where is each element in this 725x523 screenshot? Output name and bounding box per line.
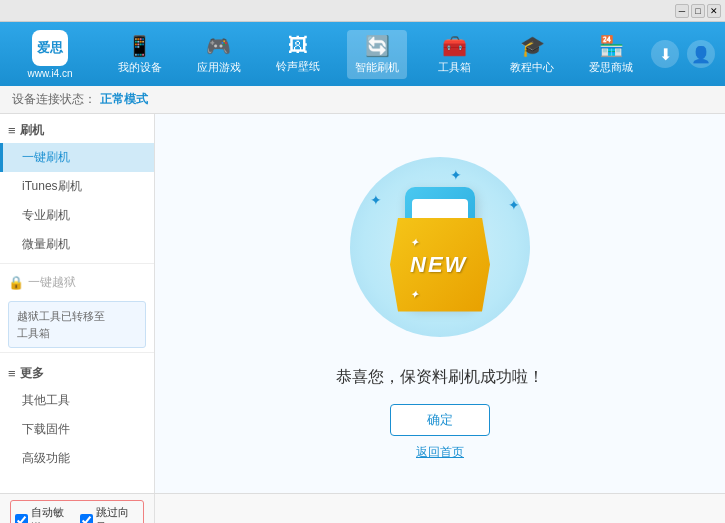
nav-appstore[interactable]: 🏪 爱思商城 <box>581 30 641 79</box>
skip-wizard-checkbox[interactable] <box>80 514 93 524</box>
header-right: ⬇ 👤 <box>651 40 715 68</box>
sidebar-item-data-flash[interactable]: 微量刷机 <box>0 230 154 259</box>
sidebar: ≡ 刷机 一键刷机 iTunes刷机 专业刷机 微量刷机 🔒 一键越狱 越狱工具… <box>0 114 155 493</box>
new-ribbon-container: ✦ NEW ✦ <box>390 218 490 312</box>
appstore-label: 爱思商城 <box>589 60 633 75</box>
status-label: 设备连接状态： <box>12 91 96 108</box>
sidebar-item-other-tools[interactable]: 其他工具 <box>0 386 154 415</box>
status-value: 正常模式 <box>100 91 148 108</box>
sidebar-greyed-jailbreak: 🔒 一键越狱 <box>0 268 154 297</box>
sidebar-notice: 越狱工具已转移至 工具箱 <box>8 301 146 348</box>
toolbox-label: 工具箱 <box>438 60 471 75</box>
sparkle-left: ✦ <box>370 192 382 208</box>
auto-send-checkbox[interactable] <box>15 514 28 524</box>
phone-illustration-container: ✦ ✦ ✦ ✦ NEW ✦ <box>340 147 540 347</box>
pro-flash-label: 专业刷机 <box>22 208 70 222</box>
nav-app-games[interactable]: 🎮 应用游戏 <box>189 30 249 79</box>
confirm-button[interactable]: 确定 <box>390 404 490 436</box>
appstore-icon: 🏪 <box>599 34 624 58</box>
auto-send-label: 自动敏送 <box>31 505 74 523</box>
statusbar: 设备连接状态： 正常模式 <box>0 86 725 114</box>
tutorial-icon: 🎓 <box>520 34 545 58</box>
wallpaper-icon: 🖼 <box>288 34 308 57</box>
sparkle-right: ✦ <box>508 197 520 213</box>
more-section-label: 更多 <box>20 365 44 382</box>
download-btn[interactable]: ⬇ <box>651 40 679 68</box>
logo-icon: 爱思 <box>32 30 68 66</box>
sidebar-item-download-firmware[interactable]: 下载固件 <box>0 415 154 444</box>
flash-section-icon: ≡ <box>8 123 16 138</box>
bottom-right-panel: V7.98.66 客服 微信公众号 检查更新 <box>155 494 725 523</box>
nav-my-device[interactable]: 📱 我的设备 <box>110 30 170 79</box>
logo: 爱思 www.i4.cn <box>10 30 90 79</box>
logo-subtitle: www.i4.cn <box>27 68 72 79</box>
bottom-left-panel: 自动敏送 跳过向导 📱 iPhone 12 mini 64GB Down-12m… <box>0 494 155 523</box>
sidebar-divider1 <box>0 263 154 264</box>
app-games-icon: 🎮 <box>206 34 231 58</box>
sidebar-section-more: ≡ 更多 <box>0 357 154 386</box>
app-games-label: 应用游戏 <box>197 60 241 75</box>
sidebar-item-itunes-flash[interactable]: iTunes刷机 <box>0 172 154 201</box>
maximize-btn[interactable]: □ <box>691 4 705 18</box>
tutorial-label: 教程中心 <box>510 60 554 75</box>
skip-wizard-checkbox-item[interactable]: 跳过向导 <box>80 505 139 523</box>
sidebar-item-pro-flash[interactable]: 专业刷机 <box>0 201 154 230</box>
sparkle-top: ✦ <box>450 167 462 183</box>
more-section-icon: ≡ <box>8 366 16 381</box>
skip-wizard-label: 跳过向导 <box>96 505 139 523</box>
nav-wallpaper[interactable]: 🖼 铃声壁纸 <box>268 30 328 78</box>
nav-toolbox[interactable]: 🧰 工具箱 <box>427 30 483 79</box>
titlebar: ─ □ ✕ <box>0 0 725 22</box>
nav-tutorial[interactable]: 🎓 教程中心 <box>502 30 562 79</box>
user-btn[interactable]: 👤 <box>687 40 715 68</box>
other-tools-label: 其他工具 <box>22 393 70 407</box>
phone-illustration: ✦ ✦ ✦ ✦ NEW ✦ <box>340 147 540 347</box>
header: 爱思 www.i4.cn 📱 我的设备 🎮 应用游戏 🖼 铃声壁纸 🔄 智能刷机… <box>0 22 725 86</box>
my-device-icon: 📱 <box>127 34 152 58</box>
data-flash-label: 微量刷机 <box>22 237 70 251</box>
advanced-label: 高级功能 <box>22 451 70 465</box>
success-message: 恭喜您，保资料刷机成功啦！ <box>336 367 544 388</box>
sidebar-divider2 <box>0 352 154 353</box>
flash-section-label: 刷机 <box>20 122 44 139</box>
sidebar-item-advanced[interactable]: 高级功能 <box>0 444 154 473</box>
wallpaper-label: 铃声壁纸 <box>276 59 320 74</box>
sidebar-item-one-click-flash[interactable]: 一键刷机 <box>0 143 154 172</box>
download-firmware-label: 下载固件 <box>22 422 70 436</box>
content-area: ✦ ✦ ✦ ✦ NEW ✦ 恭喜您，保资料刷机成功啦！ <box>155 114 725 493</box>
smart-shop-icon: 🔄 <box>365 34 390 58</box>
lock-icon: 🔒 <box>8 275 24 290</box>
checkbox-row: 自动敏送 跳过向导 <box>10 500 144 523</box>
my-device-label: 我的设备 <box>118 60 162 75</box>
bottom-area: 自动敏送 跳过向导 📱 iPhone 12 mini 64GB Down-12m… <box>0 493 725 523</box>
minimize-btn[interactable]: ─ <box>675 4 689 18</box>
new-ribbon: ✦ NEW ✦ <box>390 218 490 312</box>
sidebar-section-flash: ≡ 刷机 <box>0 114 154 143</box>
nav-items: 📱 我的设备 🎮 应用游戏 🖼 铃声壁纸 🔄 智能刷机 🧰 工具箱 🎓 教程中心… <box>100 30 651 79</box>
itunes-flash-label: iTunes刷机 <box>22 179 82 193</box>
smart-shop-label: 智能刷机 <box>355 60 399 75</box>
close-btn[interactable]: ✕ <box>707 4 721 18</box>
new-badge-text: NEW <box>410 252 467 277</box>
nav-smart-shop[interactable]: 🔄 智能刷机 <box>347 30 407 79</box>
greyed-label: 一键越狱 <box>28 274 76 291</box>
home-link[interactable]: 返回首页 <box>416 444 464 461</box>
main: ≡ 刷机 一键刷机 iTunes刷机 专业刷机 微量刷机 🔒 一键越狱 越狱工具… <box>0 114 725 493</box>
one-click-flash-label: 一键刷机 <box>22 150 70 164</box>
toolbox-icon: 🧰 <box>442 34 467 58</box>
auto-send-checkbox-item[interactable]: 自动敏送 <box>15 505 74 523</box>
